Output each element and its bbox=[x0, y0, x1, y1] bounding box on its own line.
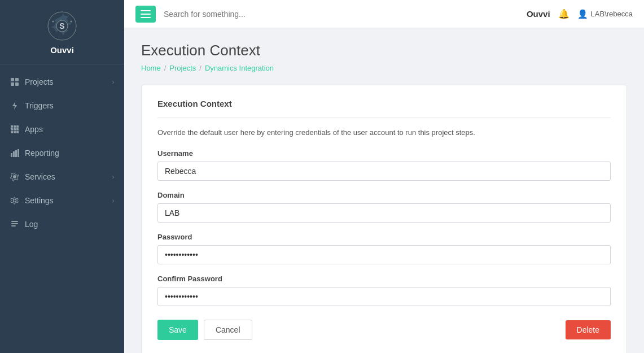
header-title: Ouvvi bbox=[527, 9, 550, 19]
sidebar-label-settings: Settings bbox=[25, 196, 54, 205]
confirm-password-input[interactable] bbox=[157, 287, 611, 306]
header-username: LAB\rebecca bbox=[591, 10, 633, 18]
settings-chevron-icon: › bbox=[112, 198, 114, 204]
sidebar-item-settings[interactable]: Settings › bbox=[0, 189, 124, 212]
svg-rect-7 bbox=[11, 82, 14, 86]
svg-marker-9 bbox=[12, 102, 17, 110]
sidebar-item-apps[interactable]: Apps bbox=[0, 117, 124, 141]
sidebar-label-reporting: Reporting bbox=[25, 149, 59, 158]
menu-line-2 bbox=[141, 14, 151, 15]
sidebar-label-services: Services bbox=[25, 172, 55, 181]
search-input[interactable] bbox=[164, 10, 519, 19]
confirm-password-label: Confirm Password bbox=[157, 274, 611, 283]
settings-icon bbox=[10, 196, 19, 205]
svg-rect-16 bbox=[11, 131, 13, 133]
cancel-button[interactable]: Cancel bbox=[204, 320, 252, 340]
sidebar-label-triggers: Triggers bbox=[25, 101, 54, 110]
domain-field-group: Domain bbox=[157, 191, 611, 223]
svg-rect-19 bbox=[11, 153, 12, 157]
svg-point-24 bbox=[14, 199, 16, 202]
sidebar-item-reporting[interactable]: Reporting bbox=[0, 141, 124, 165]
svg-rect-6 bbox=[15, 78, 19, 81]
apps-icon bbox=[10, 125, 19, 134]
password-input[interactable] bbox=[157, 245, 611, 264]
svg-rect-22 bbox=[17, 149, 19, 157]
delete-button[interactable]: Delete bbox=[566, 320, 611, 339]
sidebar-nav: Projects › Triggers bbox=[0, 64, 124, 353]
svg-rect-5 bbox=[11, 78, 14, 81]
breadcrumb-sep-2: / bbox=[199, 64, 201, 72]
breadcrumb-home[interactable]: Home bbox=[141, 64, 161, 72]
sidebar-logo: S Ouvvi bbox=[0, 0, 124, 64]
svg-rect-26 bbox=[11, 223, 18, 224]
header: Ouvvi 🔔 👤 LAB\rebecca bbox=[124, 0, 644, 28]
username-label: Username bbox=[157, 149, 611, 158]
execution-context-card: Execution Context Override the default u… bbox=[141, 85, 627, 353]
user-menu[interactable]: 👤 LAB\rebecca bbox=[577, 9, 633, 19]
grid-icon bbox=[10, 77, 19, 86]
password-field-group: Password bbox=[157, 233, 611, 264]
breadcrumb: Home / Projects / Dynamics Integration bbox=[141, 64, 627, 72]
sidebar-brand: Ouvvi bbox=[50, 45, 74, 55]
sidebar-item-log[interactable]: Log bbox=[0, 212, 124, 236]
svg-rect-25 bbox=[11, 221, 18, 222]
menu-line-3 bbox=[141, 17, 151, 18]
svg-rect-20 bbox=[13, 151, 15, 157]
header-right: 🔔 👤 LAB\rebecca bbox=[558, 8, 633, 19]
password-label: Password bbox=[157, 233, 611, 241]
bell-icon[interactable]: 🔔 bbox=[558, 8, 569, 19]
services-icon bbox=[10, 172, 19, 181]
projects-chevron-icon: › bbox=[112, 79, 114, 85]
svg-rect-17 bbox=[14, 131, 16, 133]
svg-rect-8 bbox=[15, 82, 19, 86]
domain-input[interactable] bbox=[157, 203, 611, 223]
svg-rect-21 bbox=[15, 150, 17, 157]
username-field-group: Username bbox=[157, 149, 611, 181]
svg-rect-27 bbox=[11, 225, 16, 226]
save-button[interactable]: Save bbox=[157, 320, 198, 340]
form-actions-left: Save Cancel bbox=[157, 320, 252, 340]
svg-rect-13 bbox=[11, 128, 13, 130]
services-chevron-icon: › bbox=[112, 174, 114, 180]
svg-point-3 bbox=[52, 21, 54, 23]
sidebar-label-apps: Apps bbox=[25, 125, 43, 134]
confirm-password-field-group: Confirm Password bbox=[157, 274, 611, 306]
sidebar-label-log: Log bbox=[25, 220, 38, 229]
breadcrumb-projects[interactable]: Projects bbox=[169, 64, 196, 72]
breadcrumb-current: Dynamics Integration bbox=[205, 64, 274, 72]
sidebar-item-projects[interactable]: Projects › bbox=[0, 70, 124, 94]
svg-point-4 bbox=[71, 21, 72, 23]
bolt-icon bbox=[10, 101, 19, 110]
card-title: Execution Context bbox=[157, 99, 611, 118]
form-actions: Save Cancel Delete bbox=[157, 320, 611, 340]
svg-rect-14 bbox=[14, 128, 16, 130]
sidebar-item-services[interactable]: Services › bbox=[0, 165, 124, 189]
svg-rect-15 bbox=[16, 128, 19, 130]
card-description: Override the default user here by enteri… bbox=[157, 128, 611, 137]
reporting-icon bbox=[10, 149, 19, 158]
menu-button[interactable] bbox=[135, 6, 156, 23]
menu-line-1 bbox=[141, 10, 151, 11]
svg-rect-18 bbox=[16, 131, 19, 133]
sidebar: S Ouvvi Projects › bbox=[0, 0, 124, 353]
sidebar-item-triggers[interactable]: Triggers bbox=[0, 94, 124, 117]
main-content: Ouvvi 🔔 👤 LAB\rebecca Execution Context … bbox=[124, 0, 644, 353]
svg-text:S: S bbox=[59, 21, 64, 30]
user-icon: 👤 bbox=[577, 9, 588, 19]
log-icon bbox=[10, 220, 19, 229]
username-input[interactable] bbox=[157, 162, 611, 181]
logo-icon: S bbox=[47, 11, 77, 41]
sidebar-label-projects: Projects bbox=[25, 77, 54, 86]
page-title: Execution Context bbox=[141, 42, 627, 59]
page-content: Execution Context Home / Projects / Dyna… bbox=[124, 28, 644, 353]
svg-rect-12 bbox=[16, 125, 19, 128]
svg-rect-11 bbox=[14, 125, 16, 128]
svg-point-23 bbox=[13, 175, 16, 178]
domain-label: Domain bbox=[157, 191, 611, 199]
svg-rect-10 bbox=[11, 125, 13, 128]
breadcrumb-sep-1: / bbox=[164, 64, 167, 72]
